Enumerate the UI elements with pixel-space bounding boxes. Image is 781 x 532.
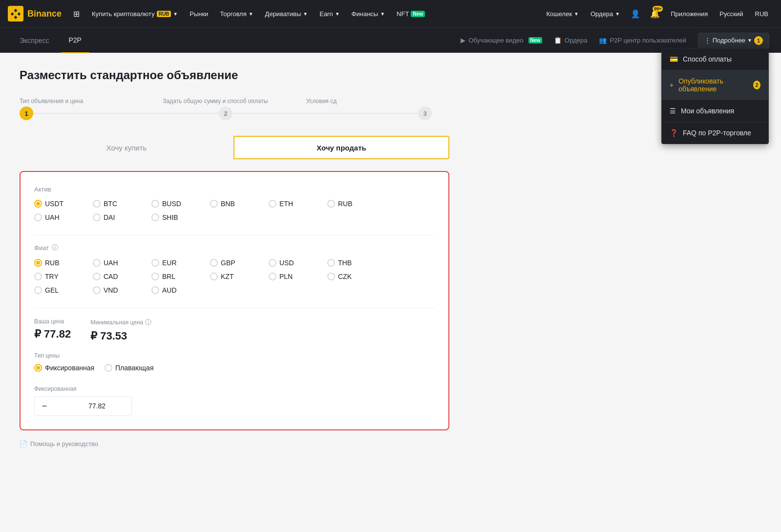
tutorial-video-link[interactable]: ▶ Обучающее видео New xyxy=(461,37,542,44)
min-price-label: Минимальная цена ⓘ xyxy=(90,318,151,327)
radio-cad-circle xyxy=(93,273,101,280)
tutorial-badge: New xyxy=(528,37,543,43)
fiat-usd-label: USD xyxy=(279,259,294,267)
tab-express[interactable]: Экспресс xyxy=(12,28,57,53)
fiat-usd[interactable]: USD xyxy=(269,259,327,267)
grid-icon[interactable]: ⊞ xyxy=(67,5,85,22)
step-line-1 xyxy=(33,113,219,114)
asset-rub[interactable]: RUB xyxy=(327,200,386,208)
fiat-aud[interactable]: AUD xyxy=(151,286,210,294)
help-link[interactable]: 📄 Помощь и руководство xyxy=(20,440,98,447)
fiat-thb[interactable]: THB xyxy=(327,259,386,267)
fiat-kzt-label: KZT xyxy=(221,273,233,280)
asset-bnb[interactable]: BNB xyxy=(210,200,269,208)
top-navigation: Binance ⊞ Купить криптовалюту RUB ▼ Рынк… xyxy=(0,0,781,27)
tab-sell[interactable]: Хочу продать xyxy=(233,136,449,159)
fiat-vnd[interactable]: VND xyxy=(93,286,151,294)
fiat-cad-label: CAD xyxy=(104,273,118,280)
nft-badge: New xyxy=(411,11,425,17)
asset-uah[interactable]: UAH xyxy=(34,213,93,221)
radio-rub-circle xyxy=(34,259,42,267)
price-type-fixed[interactable]: Фиксированная xyxy=(34,364,93,372)
p2p-center-link[interactable]: 👥 P2P центр пользователей xyxy=(599,37,686,44)
fiat-eur[interactable]: EUR xyxy=(151,259,210,267)
asset-rub-label: RUB xyxy=(338,200,353,208)
fiat-brl[interactable]: BRL xyxy=(151,273,210,280)
min-price-col: Минимальная цена ⓘ ₽ 73.53 xyxy=(90,318,151,342)
menu-payment-method[interactable]: 💳 Способ оплаты xyxy=(662,48,768,70)
nav-derivatives[interactable]: Деривативы ▼ xyxy=(260,0,313,27)
nav-language[interactable]: Русский xyxy=(715,0,748,27)
radio-usd-circle xyxy=(269,259,276,267)
menu-my-ads[interactable]: ☰ Мои объявления xyxy=(662,100,768,122)
price-type-fixed-label: Фиксированная xyxy=(45,364,94,372)
fiat-try[interactable]: TRY xyxy=(34,273,93,280)
tab-p2p[interactable]: P2P xyxy=(61,28,89,53)
asset-dai[interactable]: DAI xyxy=(93,213,151,221)
price-type-float[interactable]: Плавающая xyxy=(105,364,163,372)
fiat-try-label: TRY xyxy=(45,273,59,280)
stepper-input[interactable] xyxy=(54,402,132,410)
asset-radio-group: USDT BTC BUSD BNB ETH RUB xyxy=(34,200,435,227)
fiat-cad[interactable]: CAD xyxy=(93,273,151,280)
step-header-1: Тип объявления и цена xyxy=(20,98,163,105)
radio-gbp-circle xyxy=(210,259,218,267)
radio-vnd-circle xyxy=(93,286,101,294)
nav-currency[interactable]: RUB xyxy=(750,0,773,27)
radio-uah-asset-circle xyxy=(34,213,42,221)
fiat-gel-label: GEL xyxy=(45,286,59,294)
step-line-2 xyxy=(232,113,418,114)
radio-kzt-circle xyxy=(210,273,218,280)
nav-earn[interactable]: Earn ▼ xyxy=(315,0,344,27)
fiat-gbp[interactable]: GBP xyxy=(210,259,269,267)
fiat-rub[interactable]: RUB xyxy=(34,259,93,267)
asset-eth[interactable]: ETH xyxy=(269,200,327,208)
asset-busd-label: BUSD xyxy=(162,200,181,208)
step-2-circle: 2 xyxy=(219,106,232,120)
radio-busd-circle xyxy=(151,200,159,208)
fiat-gel[interactable]: GEL xyxy=(34,286,93,294)
radio-btc-circle xyxy=(93,200,101,208)
notification-icon[interactable]: 🔔 99+ xyxy=(646,5,664,22)
orders-link[interactable]: 📋 Ордера xyxy=(554,37,587,44)
fiat-aud-label: AUD xyxy=(162,286,177,294)
fiat-uah[interactable]: UAH xyxy=(93,259,151,267)
nav-finance[interactable]: Финансы ▼ xyxy=(347,0,390,27)
profile-icon[interactable]: 👤 xyxy=(627,5,644,22)
asset-usdt[interactable]: USDT xyxy=(34,200,93,208)
fiat-thb-label: THB xyxy=(338,259,352,267)
tab-buy[interactable]: Хочу купить xyxy=(20,136,233,159)
more-dropdown-trigger[interactable]: ⋮ Подробнее ▼ 1 💳 Способ оплаты + Опубли… xyxy=(698,33,769,48)
orders-icon: 📋 xyxy=(554,37,562,44)
nav-nft[interactable]: NFT New xyxy=(392,0,430,27)
asset-eth-label: ETH xyxy=(279,200,293,208)
fiat-kzt[interactable]: KZT xyxy=(210,273,269,280)
nav-apps[interactable]: Приложения xyxy=(666,0,713,27)
nav-wallet[interactable]: Кошелек ▼ xyxy=(542,0,584,27)
fiat-label: Фиат xyxy=(34,244,49,252)
asset-busd[interactable]: BUSD xyxy=(151,200,210,208)
page-footer: 📄 Помощь и руководство xyxy=(20,430,761,457)
nav-orders[interactable]: Ордера ▼ xyxy=(586,0,625,27)
step-badge-1: 1 xyxy=(754,36,763,45)
fiat-gbp-label: GBP xyxy=(221,259,235,267)
menu-publish-ad[interactable]: + Опубликовать объявление 2 xyxy=(662,70,768,100)
asset-usdt-label: USDT xyxy=(45,200,63,208)
asset-shib[interactable]: SHIB xyxy=(151,213,210,221)
min-price-value: ₽ 73.53 xyxy=(90,330,151,342)
menu-faq[interactable]: ❓ FAQ по P2P-торговле xyxy=(662,122,768,144)
nav-trade[interactable]: Торговля ▼ xyxy=(215,0,258,27)
logo[interactable]: Binance xyxy=(8,6,62,21)
stepper-decrement[interactable]: − xyxy=(35,396,54,416)
asset-btc[interactable]: BTC xyxy=(93,200,151,208)
fiat-czk[interactable]: CZK xyxy=(327,273,386,280)
step-headers: Тип объявления и цена Задать общую сумму… xyxy=(20,98,449,105)
plus-icon: + xyxy=(670,81,674,89)
nav-buy-crypto[interactable]: Купить криптовалюту RUB ▼ xyxy=(87,0,183,27)
price-row: Ваша цена ₽ 77.82 Минимальная цена ⓘ ₽ 7… xyxy=(34,318,435,342)
form-box: Актив USDT BTC BUSD BNB xyxy=(20,171,449,430)
fiat-pln[interactable]: PLN xyxy=(269,273,327,280)
nav-markets[interactable]: Рынки xyxy=(185,0,213,27)
buy-sell-tabs: Хочу купить Хочу продать xyxy=(20,136,449,159)
radio-try-circle xyxy=(34,273,42,280)
